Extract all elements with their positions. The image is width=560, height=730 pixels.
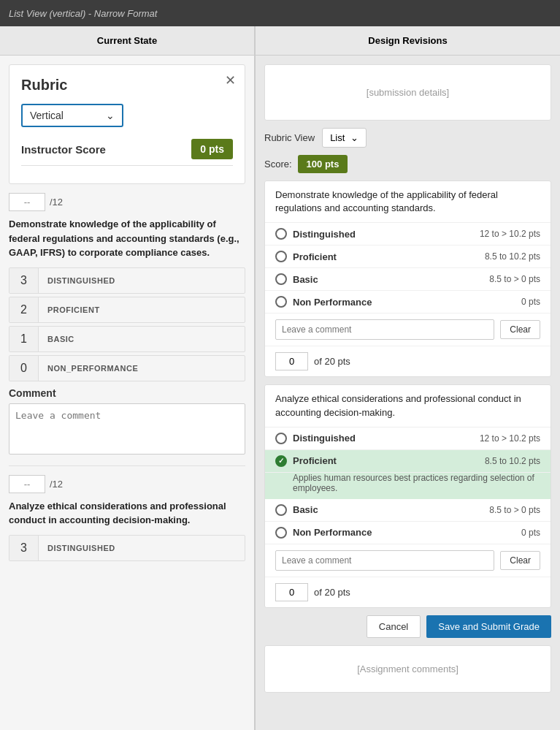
action-row: Cancel Save and Submit Grade <box>264 615 551 638</box>
left-panel-header: Current State <box>0 26 254 56</box>
criterion-2-description: Analyze ethical considerations and profe… <box>9 499 245 528</box>
criterion-card-1-title: Demonstrate knowledge of the applicabili… <box>265 181 551 223</box>
criterion-1-score-input[interactable] <box>9 193 45 211</box>
criterion-2-score-row: /12 <box>9 475 245 493</box>
pts-of-2: of 20 pts <box>314 587 350 598</box>
option-name-distinguished-2: Distinguished <box>293 433 480 444</box>
rubric-view-dropdown[interactable]: List ⌄ <box>322 128 367 148</box>
option-name-distinguished-1: Distinguished <box>293 229 480 240</box>
option-pts-distinguished-1: 12 to > 10.2 pts <box>480 229 540 239</box>
criterion-card-2-title: Analyze ethical considerations and profe… <box>265 385 551 427</box>
radio-proficient-1[interactable] <box>275 251 287 262</box>
radio-distinguished-1[interactable] <box>275 228 287 240</box>
option-proficient-1[interactable]: Proficient 8.5 to 10.2 pts <box>265 246 551 268</box>
option-pts-proficient-2: 8.5 to 10.2 pts <box>485 456 540 466</box>
comment-input-2[interactable] <box>275 550 494 571</box>
pts-row-2: of 20 pts <box>265 577 551 607</box>
option-distinguished-2[interactable]: Distinguished 12 to > 10.2 pts <box>265 427 551 450</box>
right-content: [submission details] Rubric View List ⌄ … <box>256 56 560 702</box>
rubric-title: Rubric <box>21 77 233 94</box>
option-basic-2[interactable]: Basic 8.5 to > 0 pts <box>265 499 551 522</box>
rating-proficient[interactable]: 2 PROFICIENT <box>9 297 245 323</box>
rating-score-0: 0 <box>9 356 39 381</box>
rubric-box: Rubric ✕ Vertical ⌄ Instructor Score 0 p… <box>9 64 245 184</box>
cancel-button[interactable]: Cancel <box>367 615 421 638</box>
score-value: 100 pts <box>298 155 348 173</box>
criterion-1-description: Demonstrate knowledge of the applicabili… <box>9 217 245 260</box>
rating-non-performance[interactable]: 0 NON_PERFORMANCE <box>9 355 245 381</box>
criterion-1: /12 Demonstrate knowledge of the applica… <box>9 193 245 457</box>
chevron-down-icon: ⌄ <box>350 132 358 143</box>
option-pts-proficient-1: 8.5 to 10.2 pts <box>485 251 540 262</box>
clear-button-1[interactable]: Clear <box>500 320 540 339</box>
top-bar-title: List View (vertical) - Narrow Format <box>9 8 157 19</box>
rating-basic[interactable]: 1 BASIC <box>9 326 245 352</box>
option-pts-distinguished-2: 12 to > 10.2 pts <box>480 433 540 444</box>
comment-textarea-1[interactable] <box>9 403 245 455</box>
criterion-1-score-row: /12 <box>9 193 245 211</box>
clear-button-2[interactable]: Clear <box>500 551 540 570</box>
comment-input-1[interactable] <box>275 319 494 340</box>
option-sub-proficient-2: Applies human resources best practices r… <box>265 473 551 499</box>
rating-label-proficient: PROFICIENT <box>39 300 109 320</box>
pts-input-2[interactable] <box>275 583 308 601</box>
rubric-view-value: List <box>330 132 345 143</box>
criterion-card-1: Demonstrate knowledge of the applicabili… <box>264 180 551 377</box>
radio-basic-1[interactable] <box>275 273 287 285</box>
option-name-non-performance-1: Non Performance <box>293 297 521 308</box>
option-pts-non-performance-2: 0 pts <box>521 528 540 538</box>
rubric-view-label: Rubric View <box>264 132 315 143</box>
pts-row-1: of 20 pts <box>265 346 551 376</box>
dropdown-value: Vertical <box>30 110 64 121</box>
left-panel: Current State Rubric ✕ Vertical ⌄ Instru… <box>0 26 256 730</box>
score-row: Score: 100 pts <box>264 155 551 173</box>
option-pts-non-performance-1: 0 pts <box>521 297 540 307</box>
assignment-comments-box: [Assignment comments] <box>264 645 551 693</box>
option-name-non-performance-2: Non Performance <box>293 527 521 538</box>
instructor-score-label: Instructor Score <box>21 143 106 156</box>
criterion-2: /12 Analyze ethical considerations and p… <box>9 475 245 561</box>
rating-distinguished[interactable]: 3 DISTINGUISHED <box>9 267 245 294</box>
chevron-down-icon: ⌄ <box>106 110 115 121</box>
criterion-2-max-pts: /12 <box>50 479 63 490</box>
right-panel: Design Revisions [submission details] Ru… <box>256 26 560 730</box>
criterion-2-rating-label-distinguished: DISTINGUISHED <box>39 538 124 558</box>
option-pts-basic-1: 8.5 to > 0 pts <box>489 274 540 284</box>
comment-section-1: Comment <box>9 387 245 457</box>
pts-of-1: of 20 pts <box>314 356 350 367</box>
comment-row-2: Clear <box>265 544 551 577</box>
save-submit-button[interactable]: Save and Submit Grade <box>426 615 551 638</box>
rating-label-non-performance: NON_PERFORMANCE <box>39 358 147 379</box>
top-bar: List View (vertical) - Narrow Format <box>0 0 560 26</box>
option-basic-1[interactable]: Basic 8.5 to > 0 pts <box>265 268 551 291</box>
option-distinguished-1[interactable]: Distinguished 12 to > 10.2 pts <box>265 223 551 246</box>
radio-distinguished-2[interactable] <box>275 433 287 444</box>
close-button[interactable]: ✕ <box>225 72 236 88</box>
rating-score-3: 3 <box>9 268 39 293</box>
option-name-proficient-2: Proficient <box>293 455 485 466</box>
criterion-2-score-input[interactable] <box>9 475 45 493</box>
radio-non-performance-1[interactable] <box>275 296 287 308</box>
criterion-1-max-pts: /12 <box>50 197 63 208</box>
rating-score-1: 1 <box>9 327 39 351</box>
radio-non-performance-2[interactable] <box>275 527 287 539</box>
radio-basic-2[interactable] <box>275 504 287 516</box>
assignment-comments-placeholder: [Assignment comments] <box>357 664 459 674</box>
rating-label-distinguished: DISTINGUISHED <box>39 270 124 291</box>
option-non-performance-1[interactable]: Non Performance 0 pts <box>265 291 551 313</box>
pts-input-1[interactable] <box>275 352 308 370</box>
instructor-score-bar: Instructor Score 0 pts <box>21 139 233 159</box>
view-dropdown[interactable]: Vertical ⌄ <box>21 104 123 127</box>
right-panel-header: Design Revisions <box>256 26 560 56</box>
criterion-2-rating-score-3: 3 <box>9 536 39 560</box>
rating-score-2: 2 <box>9 297 39 322</box>
option-proficient-2[interactable]: Proficient 8.5 to 10.2 pts <box>265 450 551 473</box>
comment-row-1: Clear <box>265 313 551 346</box>
instructor-score-value: 0 pts <box>191 139 233 159</box>
criterion-2-rating-distinguished[interactable]: 3 DISTINGUISHED <box>9 535 245 561</box>
criterion-card-2: Analyze ethical considerations and profe… <box>264 384 551 607</box>
option-name-proficient-1: Proficient <box>293 251 485 262</box>
comment-label-1: Comment <box>9 387 245 399</box>
radio-proficient-2[interactable] <box>275 455 287 467</box>
option-non-performance-2[interactable]: Non Performance 0 pts <box>265 522 551 544</box>
